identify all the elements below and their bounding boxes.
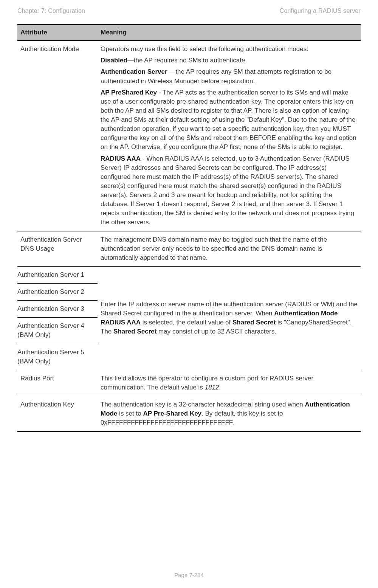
bold-radius: RADIUS AAA [101, 155, 141, 162]
meaning-auth-server-dns-usage: The management DNS domain name may be to… [98, 231, 361, 266]
attr-auth-server-1: Authentication Server 1 [17, 267, 98, 284]
page-header: Chapter 7: Configuration Configuring a R… [17, 8, 361, 14]
attr-auth-server-4: Authentication Server 4 (BAM Only) [17, 318, 98, 344]
auth-mode-preshared: AP PreShared Key - The AP acts as the au… [101, 88, 358, 152]
attr-auth-server-dns-usage: Authentication Server DNS Usage [17, 231, 98, 266]
attr-authentication-mode: Authentication Mode [17, 40, 98, 231]
auth-mode-authserver: Authentication Server —the AP requires a… [101, 67, 358, 85]
attr-auth-server-3: Authentication Server 3 [17, 301, 98, 318]
bold-shared-secret-1: Shared Secret [232, 319, 276, 326]
attr-auth-server-5: Authentication Server 5 (BAM Only) [17, 344, 98, 370]
auth-key-pre: The authentication key is a 32-character… [101, 401, 305, 408]
auth-mode-disabled: Disabled—the AP requires no SMs to authe… [101, 56, 358, 65]
servers-mid1: is selected, the default value of [141, 319, 232, 326]
meaning-radius-port: This field allows the operator to config… [98, 370, 361, 396]
row-authentication-mode: Authentication Mode Operators may use th… [17, 40, 361, 231]
text-radius: - When RADIUS AAA is selected, up to 3 A… [101, 155, 354, 226]
row-radius-port: Radius Port This field allows the operat… [17, 370, 361, 396]
attribute-table: Attribute Meaning Authentication Mode Op… [17, 24, 361, 432]
auth-mode-intro: Operators may use this field to select t… [101, 45, 358, 54]
attr-authentication-key: Authentication Key [17, 396, 98, 432]
text-preshared: - The AP acts as the authentication serv… [101, 89, 356, 151]
text-disabled: —the AP requires no SMs to authenticate. [127, 57, 247, 64]
radius-port-value: 1812 [205, 384, 219, 391]
row-authentication-key: Authentication Key The authentication ke… [17, 396, 361, 432]
page-number: Page 7-284 [174, 572, 204, 578]
header-left: Chapter 7: Configuration [17, 8, 85, 14]
auth-servers-nested: Authentication Server 1 Authentication S… [17, 267, 98, 370]
row-auth-server-dns-usage: Authentication Server DNS Usage The mana… [17, 231, 361, 266]
bold-shared-secret-2: Shared Secret [113, 328, 156, 335]
col-attribute: Attribute [17, 25, 98, 40]
col-meaning: Meaning [98, 25, 361, 40]
attr-auth-servers-group: Authentication Server 1 Authentication S… [17, 266, 98, 370]
auth-key-mid1: is set to [117, 410, 143, 417]
table-header-row: Attribute Meaning [17, 25, 361, 40]
radius-port-post: . [219, 384, 221, 391]
attr-radius-port: Radius Port [17, 370, 98, 396]
bold-authserver: Authentication Server [101, 68, 167, 75]
meaning-auth-servers: Enter the IP address or server name of t… [98, 266, 361, 370]
meaning-authentication-key: The authentication key is a 32-character… [98, 396, 361, 432]
bold-disabled: Disabled [101, 57, 127, 64]
header-right: Configuring a RADIUS server [280, 8, 361, 14]
bold-ap-pre-shared-key: AP Pre-Shared Key [143, 410, 201, 417]
auth-mode-radius: RADIUS AAA - When RADIUS AAA is selected… [101, 154, 358, 227]
bold-preshared: AP PreShared Key [101, 89, 157, 96]
row-auth-servers: Authentication Server 1 Authentication S… [17, 266, 361, 370]
page-footer: Page 7-284 [0, 572, 378, 578]
meaning-authentication-mode: Operators may use this field to select t… [98, 40, 361, 231]
servers-post: may consist of up to 32 ASCII characters… [156, 328, 276, 335]
attr-auth-server-2: Authentication Server 2 [17, 284, 98, 301]
